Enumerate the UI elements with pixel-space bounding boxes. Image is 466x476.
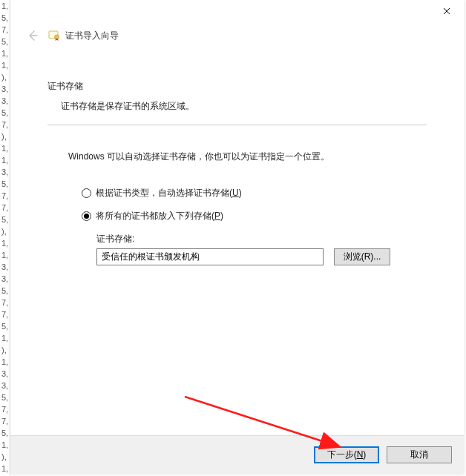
titlebar: [10, 0, 464, 22]
radio-place-all-in-store[interactable]: 将所有的证书都放入下列存储(P): [82, 210, 427, 222]
certificate-store-input[interactable]: [96, 248, 324, 265]
radio-auto-select-store[interactable]: 根据证书类型，自动选择证书存储(U): [82, 187, 427, 199]
certificate-store-section: 证书存储: 浏览(R)...: [96, 233, 427, 265]
instruction-text: Windows 可以自动选择证书存储，你也可以为证书指定一个位置。: [68, 151, 427, 163]
radio-manual-label: 将所有的证书都放入下列存储(P): [96, 210, 223, 222]
wizard-footer: 下一步(N) 取消: [10, 435, 464, 474]
wizard-window: 证书导入向导 证书存储 证书存储是保存证书的系统区域。 Windows 可以自动…: [10, 0, 464, 474]
radio-icon: [82, 188, 91, 198]
radio-group: 根据证书类型，自动选择证书存储(U) 将所有的证书都放入下列存储(P): [82, 187, 427, 222]
certificate-wizard-icon: [47, 29, 61, 42]
certificate-store-label: 证书存储:: [96, 233, 427, 245]
section-divider: [47, 125, 427, 125]
window-close-button[interactable]: [430, 0, 464, 22]
radio-auto-label: 根据证书类型，自动选择证书存储(U): [96, 187, 242, 199]
wizard-title: 证书导入向导: [65, 30, 119, 42]
back-arrow-icon: [26, 29, 39, 42]
browse-button[interactable]: 浏览(R)...: [334, 248, 390, 265]
wizard-header: 证书导入向导: [10, 22, 464, 55]
radio-icon: [82, 211, 91, 221]
back-button[interactable]: [24, 27, 42, 44]
wizard-content: 证书存储 证书存储是保存证书的系统区域。 Windows 可以自动选择证书存储，…: [10, 55, 464, 435]
next-button[interactable]: 下一步(N): [314, 446, 379, 463]
section-heading: 证书存储: [47, 80, 427, 93]
cancel-button[interactable]: 取消: [387, 446, 452, 463]
close-icon: [443, 7, 450, 15]
background-editor-gutter: 1,5,7,5,1,1,),3,3,5,7,),1,1,3,5,7,7,5,),…: [0, 0, 10, 476]
section-description: 证书存储是保存证书的系统区域。: [61, 100, 427, 113]
